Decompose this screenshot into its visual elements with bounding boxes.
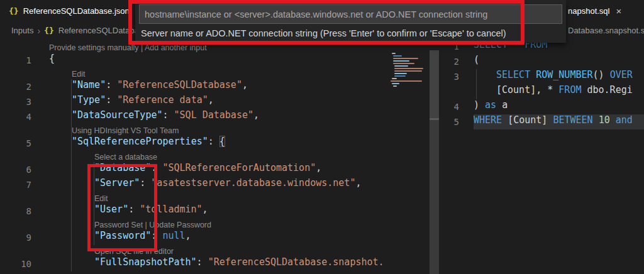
code-line[interactable]: 6"Database": "SQLReferenceForAutomation"… [0,162,440,177]
code-token: : [151,230,162,241]
code-token: "ReferenceSQLDatabase.snapshot. [208,256,384,268]
line-number: 2 [440,54,459,69]
code-token: : [197,256,208,268]
line-number [0,68,31,79]
minimap-line [394,68,423,69]
code-token: WHERE [474,114,502,126]
code-token: SELECT [496,69,530,80]
tab-reference-sql-database-json[interactable]: {} ReferenceSQLDatabase.json [0,0,136,22]
code-token: : [208,136,219,147]
code-token: "Database" [94,162,151,173]
code-token: : [128,204,140,215]
json-file-icon: {} [44,26,54,35]
sql-editor[interactable]: 1SELECT * FROM2(3SELECT ROW_NUMBER() OVE… [440,39,644,129]
code-token: [Count] [502,114,553,126]
tab-snapshot-sql[interactable]: napshot.sql × [560,0,644,22]
line-number: 4 [440,99,459,114]
minimap-line [393,55,402,57]
codelens-link[interactable]: Select a database [94,153,157,162]
code-line[interactable]: 1{ [0,53,440,68]
code-line[interactable]: 2( [440,54,644,69]
code-line[interactable]: [Count], * FROM dbo.Regi [440,84,644,99]
codelens-row[interactable]: Password Set | Update Password [0,219,440,230]
code-line[interactable]: 5WHERE [Count] BETWEEN 10 and [440,114,644,129]
codelens-link[interactable]: Password Set | Update Password [94,221,211,229]
indent-guide [94,162,94,245]
code-line[interactable]: 8"User": "tolladmin", [0,204,440,219]
minimap-line [393,85,397,87]
code-token: dbo.Regi [581,84,632,96]
code-line[interactable]: 10"FullSnapshotPath": "ReferenceSQLDatab… [0,256,440,271]
codelens-row[interactable]: Select a database [0,151,440,162]
code-token: "SqlReferenceProperties" [72,136,208,147]
breadcrumb-item-inputs[interactable]: Inputs [11,26,33,35]
line-number: 4 [0,109,31,124]
codelens-link[interactable]: Edit [94,194,108,203]
codelens-row[interactable]: Provide settings manually | Add another … [0,41,440,53]
code-token: OVER [610,69,633,80]
code-token: , [242,79,248,90]
tab-label: ReferenceSQLDatabase.json [23,6,130,16]
codelens-row[interactable]: Open SQL file in editor [0,245,440,256]
code-token: "Name" [72,79,106,90]
code-line[interactable]: 4) as a [440,99,644,114]
code-token: "ReferenceSQLDatabase" [117,79,242,90]
minimap[interactable] [391,53,427,92]
code-token: "Reference data" [117,94,208,106]
code-token: [Count], * [496,84,558,96]
breadcrumb-right[interactable]: Database.snapshot.s [568,22,644,39]
code-token: "SQLReferenceForAutomation" [162,162,316,173]
code-token: , [253,109,259,121]
close-icon[interactable]: × [616,6,622,16]
minimap-line [392,83,399,84]
quick-input-message: Server name or ADO.NET connection string… [135,24,566,43]
code-token: : [163,109,174,121]
line-number [440,84,459,99]
scrollbar-thumb[interactable] [430,50,439,119]
code-line[interactable]: 2"Name": "ReferenceSQLDatabase", [0,79,440,94]
minimap-line [394,73,407,74]
code-line[interactable]: 4"DataSourceType": "SQL Database", [0,109,440,124]
code-token: ( [474,54,479,65]
line-number: 10 [0,256,31,271]
codelens-link[interactable]: Using HDInsight VS Tool Team [72,126,179,135]
scrollbar-notch [430,118,439,120]
code-token: "tolladmin" [140,204,202,215]
codelens-link[interactable]: Edit [72,70,86,79]
breadcrumb-item-snapshot: Database.snapshot.s [568,26,644,35]
json-editor[interactable]: Provide settings manually | Add another … [0,41,440,271]
code-token: as [485,99,496,111]
codelens-row[interactable]: Edit [0,192,440,204]
code-line[interactable]: 7"Server": "asatestserver.database.windo… [0,177,440,192]
code-token [530,69,536,80]
codelens-row[interactable]: Using HDInsight VS Tool Team [0,124,440,136]
minimap-line [394,70,422,72]
code-token: 10 [593,114,616,126]
code-token: FROM [558,84,581,96]
minimap-line [393,58,418,59]
line-number [0,41,31,53]
minimap-line [393,60,409,62]
line-number [0,192,31,204]
code-token: ROW_NUMBER [536,69,592,80]
code-line[interactable]: 3"Type": "Reference data", [0,94,440,109]
line-number [0,219,31,230]
codelens-link[interactable]: Open SQL file in editor [94,247,174,256]
line-number: 3 [440,69,459,84]
codelens-link[interactable]: Provide settings manually | Add another … [49,43,207,52]
minimap-line [394,75,406,77]
indent-guide [476,69,477,99]
scrollbar[interactable] [430,50,439,274]
server-name-input[interactable] [139,4,562,24]
quick-input-widget: Server name or ADO.NET connection string… [135,0,566,43]
codelens-row[interactable]: Edit [0,68,440,79]
code-line[interactable]: 9"Password": null, [0,230,440,245]
code-token: ) [474,99,485,111]
minimap-line [392,78,397,79]
code-line[interactable]: 3SELECT ROW_NUMBER() OVER [440,69,644,84]
code-line[interactable]: 5"SqlReferenceProperties": { [0,136,440,151]
code-token: "Password" [94,230,151,241]
code-token: , [203,204,208,215]
code-token: : [151,162,162,173]
line-number: 3 [0,94,31,109]
